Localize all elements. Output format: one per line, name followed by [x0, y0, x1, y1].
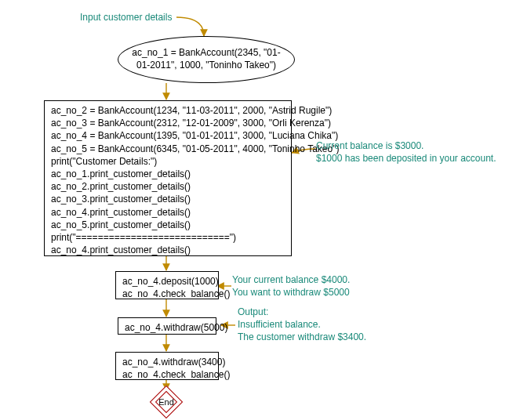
- node-bankaccount-1-text: ac_no_1 = BankAccount(2345, "01-01-2011"…: [128, 47, 285, 71]
- note-balance-withdraw-ask: Your current balance $4000. You want to …: [232, 273, 350, 299]
- note-input-customer-details: Input customer details: [80, 11, 172, 24]
- node-withdraw-5000: ac_no_4.withdraw(5000): [118, 317, 216, 335]
- node-withdraw-3400: ac_no_4.withdraw(3400) ac_no_4.check_bal…: [115, 352, 219, 380]
- flowchart-canvas: Input customer details ac_no_1 = BankAcc…: [0, 0, 509, 420]
- note-current-balance-deposit: Current balance is $3000. $1000 has been…: [316, 139, 496, 165]
- node-bankaccount-1: ac_no_1 = BankAccount(2345, "01-01-2011"…: [118, 36, 295, 83]
- node-customer-details-block: ac_no_2 = BankAccount(1234, "11-03-2011"…: [44, 100, 292, 256]
- node-end-label: End: [155, 397, 178, 407]
- note-output-insufficient: Output: Insufficient balance. The custom…: [238, 306, 366, 344]
- node-deposit: ac_no_4.deposit(1000) ac_no_4.check_bala…: [115, 271, 219, 299]
